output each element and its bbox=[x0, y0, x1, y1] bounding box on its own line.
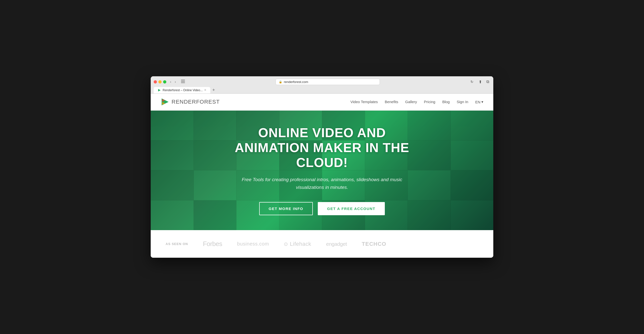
nav-gallery[interactable]: Gallery bbox=[405, 100, 417, 104]
new-tab-button[interactable]: + bbox=[210, 87, 217, 93]
lifehack-logo: ⊙ Lifehack bbox=[284, 241, 311, 247]
techco-logo: TECHCO bbox=[362, 241, 386, 247]
tab-bar: Renderforest – Online Video... ✕ + bbox=[154, 87, 490, 93]
hero-content: ONLINE VIDEO AND ANIMATION MAKER IN THE … bbox=[210, 111, 434, 230]
tab-favicon bbox=[158, 89, 161, 92]
website-content: RENDERFOREST Video Templates Benefits Ga… bbox=[151, 94, 493, 258]
hero-subtitle: Free Tools for creating professional int… bbox=[229, 176, 415, 191]
forward-button[interactable]: › bbox=[174, 79, 177, 84]
traffic-lights bbox=[154, 80, 166, 84]
business-logo: business.com bbox=[237, 241, 269, 247]
lifehack-icon: ⊙ bbox=[284, 241, 288, 247]
hero-section: ONLINE VIDEO AND ANIMATION MAKER IN THE … bbox=[151, 111, 493, 230]
hero-title: ONLINE VIDEO AND ANIMATION MAKER IN THE … bbox=[220, 126, 424, 170]
site-navigation: RENDERFOREST Video Templates Benefits Ga… bbox=[151, 94, 493, 111]
chevron-down-icon: ▾ bbox=[482, 100, 483, 104]
url-text: renderforest.com bbox=[284, 80, 308, 84]
address-bar[interactable]: 🔒 renderforest.com bbox=[276, 79, 380, 85]
engadget-logo: engadget bbox=[326, 241, 347, 247]
new-window-button[interactable]: ⧉ bbox=[485, 79, 490, 85]
logo-icon bbox=[161, 97, 170, 106]
svg-rect-2 bbox=[181, 83, 185, 83]
forbes-logo: Forbes bbox=[203, 240, 222, 248]
active-tab[interactable]: Renderforest – Online Video... ✕ bbox=[154, 87, 210, 93]
close-button[interactable] bbox=[154, 80, 157, 84]
as-seen-on-section: AS SEEN ON Forbes business.com ⊙ Lifehac… bbox=[151, 230, 493, 258]
get-free-account-button[interactable]: GET A FREE ACCOUNT bbox=[318, 202, 385, 215]
nav-benefits[interactable]: Benefits bbox=[385, 100, 398, 104]
nav-links: Video Templates Benefits Gallery Pricing… bbox=[350, 100, 483, 104]
browser-window: ‹ › 🔒 renderforest.com ↻ ⬆ bbox=[151, 76, 493, 258]
get-more-info-button[interactable]: GET MORE INFO bbox=[259, 202, 313, 215]
svg-rect-0 bbox=[181, 80, 185, 80]
press-logos: Forbes business.com ⊙ Lifehack engadget … bbox=[203, 240, 478, 248]
tab-close-button[interactable]: ✕ bbox=[204, 89, 206, 92]
browser-chrome: ‹ › 🔒 renderforest.com ↻ ⬆ bbox=[151, 76, 493, 94]
svg-marker-3 bbox=[158, 89, 161, 92]
as-seen-on-label: AS SEEN ON bbox=[166, 242, 188, 246]
back-button[interactable]: ‹ bbox=[169, 79, 172, 84]
maximize-button[interactable] bbox=[163, 80, 166, 84]
logo-text: RENDERFOREST bbox=[172, 99, 220, 105]
logo-link[interactable]: RENDERFOREST bbox=[161, 97, 220, 106]
svg-rect-1 bbox=[181, 81, 185, 82]
nav-blog[interactable]: Blog bbox=[442, 100, 450, 104]
nav-pricing[interactable]: Pricing bbox=[424, 100, 436, 104]
browser-nav-buttons: ‹ › bbox=[169, 79, 177, 84]
lock-icon: 🔒 bbox=[279, 80, 282, 84]
refresh-button[interactable]: ↻ bbox=[469, 79, 475, 84]
nav-signin[interactable]: Sign In bbox=[456, 100, 468, 104]
hero-buttons: GET MORE INFO GET A FREE ACCOUNT bbox=[220, 202, 424, 215]
minimize-button[interactable] bbox=[158, 80, 162, 84]
share-button[interactable]: ⬆ bbox=[478, 79, 483, 85]
browser-actions: ⬆ ⧉ bbox=[478, 79, 490, 85]
sidebar-button[interactable] bbox=[180, 79, 186, 84]
nav-video-templates[interactable]: Video Templates bbox=[350, 100, 378, 104]
tab-label: Renderforest – Online Video... bbox=[162, 89, 202, 92]
language-selector[interactable]: EN ▾ bbox=[475, 100, 483, 104]
